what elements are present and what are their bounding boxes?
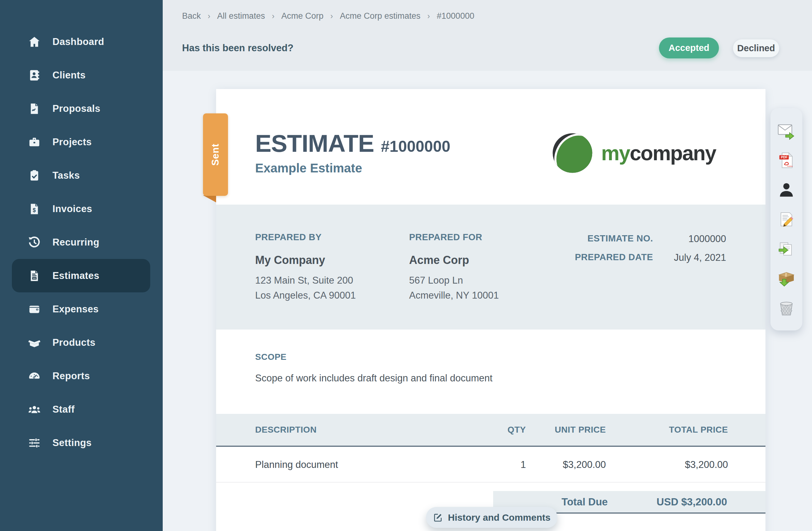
archive-button[interactable] [777, 269, 796, 288]
sidebar-item-dashboard[interactable]: Dashboard [0, 25, 163, 58]
prepared-by-heading: PREPARED BY [255, 205, 356, 242]
prepared-date-value: July 4, 2021 [674, 252, 726, 263]
svg-text:Adobe: Adobe [787, 165, 793, 167]
sidebar-item-settings[interactable]: Settings [0, 426, 163, 459]
breadcrumb-separator: › [208, 12, 210, 20]
breadcrumb: Back › All estimates › Acme Corp › Acme … [182, 11, 474, 21]
prepared-by-name: My Company [255, 254, 356, 267]
sidebar-item-recurring[interactable]: Recurring [0, 226, 163, 259]
sidebar-item-label: Reports [53, 371, 90, 382]
sidebar-item-label: Products [53, 337, 96, 348]
items-table-header: DESCRIPTION QTY UNIT PRICE TOTAL PRICE [216, 414, 766, 447]
accepted-button[interactable]: Accepted [659, 38, 719, 58]
breadcrumb-client[interactable]: Acme Corp [281, 11, 323, 21]
prepared-by-address-line2: Los Angeles, CA 90001 [255, 290, 356, 301]
sidebar-item-estimates[interactable]: Estimates [12, 259, 150, 292]
history-button-label: History and Comments [448, 512, 550, 523]
breadcrumb-back[interactable]: Back [182, 11, 201, 21]
header-total-price: TOTAL PRICE [606, 425, 728, 435]
estimate-title: ESTIMATE [255, 131, 374, 156]
prepared-by-block: PREPARED BY My Company 123 Main St, Suit… [255, 205, 356, 301]
sidebar-item-label: Clients [53, 70, 86, 81]
client-view-button[interactable] [777, 180, 796, 199]
estimate-no-label: ESTIMATE NO. [588, 233, 653, 244]
history-and-comments-button[interactable]: History and Comments [426, 507, 557, 528]
duplicate-icon [777, 240, 796, 258]
sidebar-item-proposals[interactable]: Proposals [0, 92, 163, 125]
toolbox-icon [28, 135, 41, 149]
prepared-for-heading: PREPARED FOR [409, 205, 499, 242]
delete-icon [777, 299, 796, 317]
edit-estimate-button[interactable] [777, 210, 796, 229]
table-row: Planning document 1 $3,200.00 $3,200.00 [216, 448, 766, 483]
estimate-no-value: 1000000 [688, 233, 726, 245]
sidebar-item-staff[interactable]: Staff [0, 393, 163, 426]
sidebar-item-label: Invoices [53, 203, 92, 215]
breadcrumb-all-estimates[interactable]: All estimates [217, 11, 265, 21]
breadcrumb-current: #1000000 [437, 11, 474, 21]
sidebar-item-label: Projects [53, 137, 92, 148]
sidebar-item-expenses[interactable]: Expenses [0, 292, 163, 326]
sidebar-item-invoices[interactable]: $ Invoices [0, 192, 163, 226]
status-ribbon: Sent [203, 113, 228, 196]
prepared-by-address-line1: 123 Main St, Suite 200 [255, 275, 356, 286]
mycompany-logo-icon [552, 132, 593, 174]
invoice-dollar-icon: $ [28, 202, 41, 216]
sidebar-item-products[interactable]: Products [0, 326, 163, 359]
prepared-date-label: PREPARED DATE [575, 252, 653, 262]
sidebar-item-label: Tasks [53, 170, 80, 181]
sidebar-item-label: Estimates [53, 270, 99, 282]
sidebar-item-label: Settings [53, 437, 92, 448]
declined-button[interactable]: Declined [733, 39, 779, 57]
edit-icon [433, 513, 443, 522]
sidebar-item-reports[interactable]: Reports [0, 359, 163, 393]
svg-text:$: $ [33, 207, 36, 213]
send-email-icon [777, 121, 796, 140]
breadcrumb-separator: › [330, 12, 333, 20]
estimate-number: #1000000 [381, 138, 450, 156]
prepared-for-name: Acme Corp [409, 254, 499, 267]
wallet-icon [28, 302, 41, 316]
total-due-value: USD $3,200.00 [656, 496, 727, 508]
sidebar-item-label: Dashboard [53, 36, 104, 47]
proposal-document-icon [28, 102, 41, 116]
prepared-for-address-line1: 567 Loop Ln [409, 275, 499, 286]
sliders-icon [28, 436, 41, 450]
sidebar-item-label: Staff [53, 404, 75, 415]
breadcrumb-separator: › [427, 12, 430, 20]
header-qty: QTY [479, 425, 526, 435]
send-email-button[interactable] [777, 121, 796, 140]
sidebar-item-projects[interactable]: Projects [0, 125, 163, 159]
parties-band: PREPARED BY My Company 123 Main St, Suit… [216, 205, 766, 330]
gauge-icon [28, 369, 41, 383]
prepared-for-block: PREPARED FOR Acme Corp 567 Loop Ln Acmev… [409, 205, 499, 301]
header-description: DESCRIPTION [255, 425, 479, 435]
status-ribbon-label: Sent [210, 143, 221, 166]
company-logo: mycompany [552, 132, 716, 174]
duplicate-button[interactable] [777, 240, 796, 258]
export-pdf-icon: PDF Adobe [777, 151, 796, 170]
logo-word-company: company [629, 142, 716, 164]
header-unit-price: UNIT PRICE [526, 425, 606, 435]
scope-section: SCOPE Scope of work includes draft desig… [255, 352, 493, 384]
history-icon [28, 235, 41, 249]
row-unit-price: $3,200.00 [526, 459, 606, 470]
delete-button[interactable] [777, 299, 796, 317]
sidebar: Dashboard Clients Proposals [0, 0, 163, 531]
prepared-for-address-line2: Acmeville, NY 10001 [409, 290, 499, 301]
sidebar-item-tasks[interactable]: Tasks [0, 159, 163, 192]
row-qty: 1 [479, 459, 526, 470]
scope-text: Scope of work includes draft design and … [255, 373, 493, 384]
estimate-actions-toolbar: PDF Adobe [770, 108, 802, 330]
export-pdf-button[interactable]: PDF Adobe [777, 151, 796, 170]
breadcrumb-client-estimates[interactable]: Acme Corp estimates [340, 11, 420, 21]
scope-heading: SCOPE [255, 352, 493, 362]
sidebar-item-clients[interactable]: Clients [0, 58, 163, 92]
logo-wordmark: mycompany [601, 141, 716, 165]
resolve-question: Has this been resolved? [182, 42, 293, 54]
logo-word-my: my [601, 142, 629, 164]
sidebar-item-label: Expenses [53, 304, 99, 315]
svg-text:PDF: PDF [781, 155, 788, 159]
document-header: ESTIMATE #1000000 Example Estimate [255, 131, 450, 175]
estimate-card: ESTIMATE #1000000 Example Estimate mycom… [216, 89, 766, 531]
